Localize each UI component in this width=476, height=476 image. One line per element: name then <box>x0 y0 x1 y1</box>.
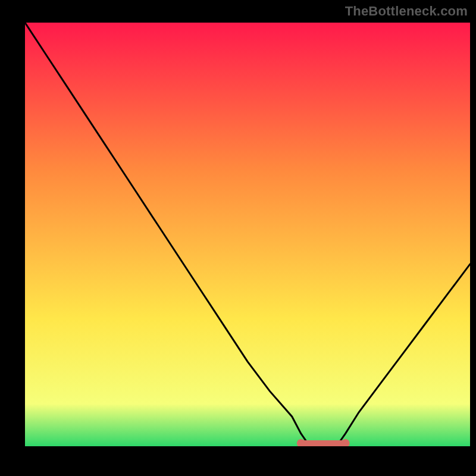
plot-area <box>25 23 470 446</box>
gradient-background <box>25 23 470 446</box>
chart-frame: TheBottleneck.com <box>0 0 476 476</box>
chart-svg <box>25 23 470 446</box>
watermark-text: TheBottleneck.com <box>345 4 468 19</box>
